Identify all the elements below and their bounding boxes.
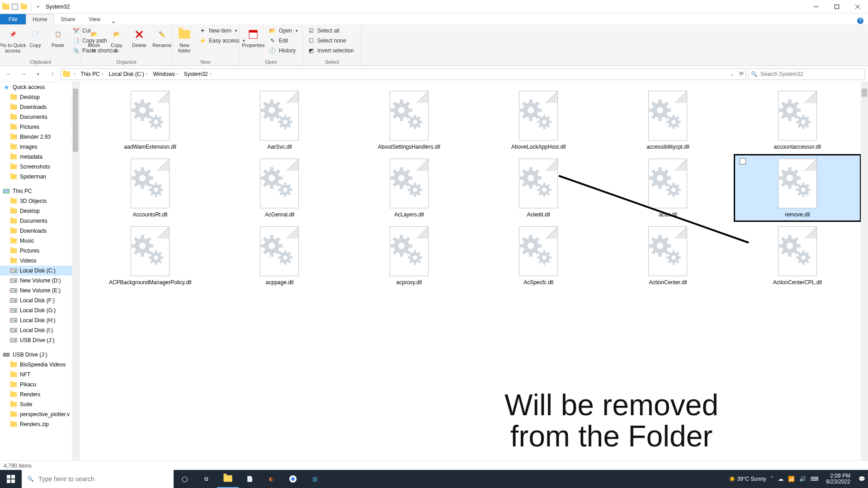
select-all-button[interactable]: ☑Select all — [306, 26, 356, 35]
nav-item[interactable]: Renders — [0, 389, 79, 399]
move-to-button[interactable]: 📂Move to — [84, 26, 104, 54]
nav-item[interactable]: Desktop — [0, 206, 79, 216]
breadcrumb-seg[interactable]: Windows› — [151, 70, 180, 78]
back-button[interactable]: ← — [3, 68, 15, 80]
taskbar-search-input[interactable] — [38, 475, 168, 483]
nav-item[interactable]: This PC — [0, 186, 79, 196]
properties-button[interactable]: Properties — [242, 26, 264, 49]
qat-save-icon[interactable] — [11, 3, 19, 11]
nav-item[interactable]: New Volume (E:) — [0, 286, 79, 296]
nav-item[interactable]: Local Disk (I:) — [0, 325, 79, 335]
nav-item[interactable]: Local Disk (C:) — [0, 266, 79, 276]
file-item[interactable]: AcGenral.dll — [217, 155, 342, 221]
breadcrumb-seg[interactable]: This PC› — [79, 70, 105, 78]
forward-button[interactable]: → — [17, 68, 30, 80]
onedrive-icon[interactable]: ☁ — [778, 476, 783, 482]
select-none-button[interactable]: ☐Select none — [306, 36, 356, 45]
weather-widget[interactable]: ☀️ 39°C Sunny — [729, 476, 766, 482]
file-item[interactable]: acproxy.dll — [347, 223, 472, 288]
refresh-icon[interactable]: ⟳ — [739, 70, 744, 77]
address-bar[interactable]: › This PC› Local Disk (C:)› Windows› Sys… — [61, 68, 746, 80]
ribbon-collapse-icon[interactable]: ⌄ — [107, 18, 120, 24]
search-box[interactable]: 🔍 — [748, 68, 865, 80]
file-item[interactable]: AarSvc.dll — [217, 88, 342, 153]
nav-item[interactable]: Local Disk (H:) — [0, 315, 79, 325]
qat-dropdown-icon[interactable]: ▾ — [34, 3, 42, 11]
tab-home[interactable]: Home — [26, 14, 54, 24]
nav-item[interactable]: Suite — [0, 399, 79, 409]
pin-quickaccess-button[interactable]: 📌Pin to Quick access — [3, 26, 23, 54]
taskbar-chrome-icon[interactable] — [282, 470, 304, 488]
rename-button[interactable]: ✏️Rename — [152, 26, 172, 49]
file-item[interactable]: AcLayers.dll — [347, 155, 472, 221]
nav-scrollbar[interactable] — [72, 82, 79, 460]
start-button[interactable] — [0, 470, 22, 488]
clock[interactable]: 2:09 PM6/23/2022 — [823, 473, 854, 485]
recent-dropdown-icon[interactable]: ▾ — [32, 68, 44, 80]
qat-undo-icon[interactable] — [20, 3, 28, 11]
file-item[interactable]: AboveLockAppHost.dll — [476, 88, 601, 153]
open-button[interactable]: 📂Open▾ — [267, 26, 300, 35]
nav-item[interactable]: ★Quick access — [0, 82, 79, 92]
language-icon[interactable]: ⌨ — [811, 476, 818, 482]
taskbar-search[interactable]: 🔍 — [22, 470, 174, 488]
help-icon[interactable]: ? — [855, 17, 868, 24]
nav-item[interactable]: Blender 2.93📌 — [0, 132, 79, 142]
nav-item[interactable]: Local Disk (G:) — [0, 305, 79, 315]
paste-button[interactable]: 📋Paste — [48, 26, 68, 49]
nav-item[interactable]: Documents — [0, 216, 79, 226]
task-view-icon[interactable]: ⧉ — [195, 470, 217, 488]
nav-item[interactable]: Spiderman — [0, 172, 79, 182]
file-item[interactable]: aadWamExtension.dll — [88, 88, 212, 153]
tab-file[interactable]: File — [0, 14, 26, 24]
file-item[interactable]: AboutSettingsHandlers.dll — [347, 88, 472, 153]
nav-item[interactable]: BioSpeedia Videos — [0, 360, 79, 370]
file-item[interactable]: accountaccessor.dll — [735, 88, 860, 153]
nav-item[interactable]: metadata — [0, 152, 79, 162]
nav-item[interactable]: Downloads — [0, 226, 79, 236]
invert-selection-button[interactable]: ◩Invert selection — [306, 46, 356, 55]
taskbar-explorer-icon[interactable] — [217, 470, 239, 488]
taskbar-photos-icon[interactable]: ▧ — [304, 470, 326, 488]
up-button[interactable]: ↑ — [46, 68, 59, 80]
nav-item[interactable]: New Volume (D:) — [0, 276, 79, 286]
network-icon[interactable]: 📶 — [788, 476, 795, 482]
file-item[interactable]: ActionCenterCPL.dll — [735, 223, 860, 288]
tab-view[interactable]: View — [82, 14, 107, 24]
close-button[interactable] — [847, 0, 868, 14]
nav-item[interactable]: perspective_plotter.v — [0, 409, 79, 419]
checkbox[interactable] — [740, 158, 746, 164]
history-button[interactable]: 🕘History — [267, 46, 300, 55]
file-item[interactable]: remove.dll — [735, 155, 860, 221]
maximize-button[interactable] — [826, 0, 847, 14]
copy-to-button[interactable]: 📂Copy to — [107, 26, 127, 54]
file-item[interactable]: AcSpecfc.dll — [476, 223, 601, 288]
cortana-icon[interactable]: ◯ — [174, 470, 195, 488]
breadcrumb-seg[interactable]: System32› — [182, 70, 213, 78]
nav-item[interactable]: Local Disk (F:) — [0, 296, 79, 305]
volume-icon[interactable]: 🔊 — [799, 476, 806, 482]
new-folder-button[interactable]: New folder — [175, 26, 194, 54]
file-view[interactable]: aadWamExtension.dllAarSvc.dllAboutSettin… — [80, 82, 868, 460]
nav-item[interactable]: 3D Objects — [0, 196, 79, 206]
file-item[interactable]: ActionCenter.dll — [605, 223, 730, 288]
tab-share[interactable]: Share — [54, 14, 82, 24]
content-scrollbar[interactable] — [861, 82, 868, 460]
copy-button[interactable]: 📄Copy — [25, 26, 45, 49]
file-item[interactable]: accessibilitycpl.dll — [605, 88, 730, 153]
delete-button[interactable]: Delete — [129, 26, 149, 49]
nav-item[interactable]: NFT — [0, 370, 79, 380]
minimize-button[interactable] — [806, 0, 826, 14]
file-item[interactable]: aclui.dll — [605, 155, 730, 221]
nav-item[interactable]: Desktop📌 — [0, 92, 79, 102]
notifications-icon[interactable]: 💬 — [859, 476, 865, 482]
nav-item[interactable]: Pikacu — [0, 380, 79, 389]
nav-item[interactable]: Documents📌 — [0, 112, 79, 122]
address-history-icon[interactable]: ⌄ — [730, 71, 734, 76]
nav-item[interactable]: Pictures — [0, 246, 79, 256]
nav-item[interactable]: Music — [0, 236, 79, 246]
nav-item[interactable]: Renders.zip — [0, 419, 79, 429]
nav-item[interactable]: Videos — [0, 256, 79, 266]
breadcrumb-seg[interactable]: Local Disk (C:)› — [107, 70, 149, 78]
taskbar-blender-icon[interactable]: ◐ — [260, 470, 282, 488]
